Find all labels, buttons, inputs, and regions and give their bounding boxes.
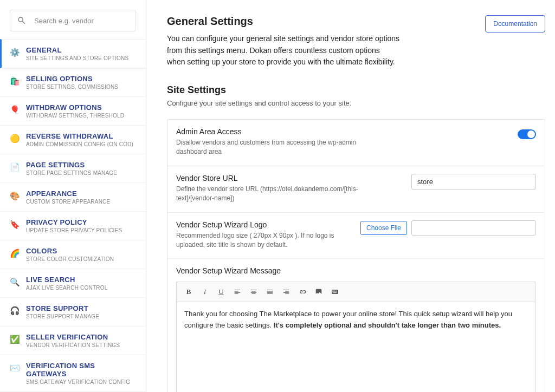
sidebar-item-selling-options[interactable]: 🛍️SELLING OPTIONSSTORE SETTINGS, COMMISS…: [0, 68, 146, 97]
align-justify-icon[interactable]: [266, 288, 274, 296]
editor-toolbar: B I U: [177, 282, 535, 302]
menu-icon: 🔍: [10, 277, 20, 287]
menu-title: STORE SUPPORT: [26, 304, 99, 312]
editor-content[interactable]: Thank you for choosing The Marketplace t…: [177, 302, 535, 392]
sidebar-item-reverse-withdrawal[interactable]: 🟡REVERSE WITHDRAWALADMIN COMMISSION CONF…: [0, 126, 146, 154]
wizard-msg-bold: It's completely optional and shouldn't t…: [274, 321, 501, 329]
admin-access-toggle[interactable]: [518, 129, 536, 139]
bold-icon[interactable]: B: [184, 288, 193, 296]
vendor-store-url-input[interactable]: [411, 174, 536, 190]
sidebar: ⚙️GENERALSITE SETTINGS AND STORE OPTIONS…: [0, 0, 146, 392]
menu-title: REVERSE WITHDRAWAL: [26, 132, 133, 140]
menu-title: WITHDRAW OPTIONS: [26, 103, 124, 112]
menu-subtitle: STORE PAGE SETTINGS MANAGE: [26, 170, 117, 176]
setting-title: Vendor Setup Wizard Logo: [176, 220, 350, 229]
settings-card: Admin Area Access Disallow vendors and c…: [167, 119, 545, 392]
sidebar-item-seller-verification[interactable]: ✅SELLER VERIFICATIONVENDOR VERIFICATION …: [0, 326, 146, 355]
search-input[interactable]: [34, 17, 129, 25]
menu-icon: 🌈: [10, 249, 20, 258]
sidebar-item-live-search[interactable]: 🔍LIVE SEARCHAJAX LIVE SEARCH CONTROL: [0, 269, 146, 298]
sidebar-item-colors[interactable]: 🌈COLORSSTORE COLOR CUSTOMIZATION: [0, 240, 146, 269]
menu-title: COLORS: [26, 247, 114, 255]
menu-icon: 🎨: [10, 191, 20, 201]
menu-icon: ⚙️: [10, 48, 20, 57]
sidebar-item-privacy-policy[interactable]: 🔖PRIVACY POLICYUPDATE STORE PRIVACY POLI…: [0, 212, 146, 240]
menu-subtitle: ADMIN COMMISSION CONFIG (ON COD): [26, 141, 133, 147]
setting-admin-area-access: Admin Area Access Disallow vendors and c…: [167, 120, 545, 166]
setting-wizard-message: Vendor Setup Wizard Message B I U: [167, 259, 545, 392]
menu-subtitle: VENDOR VERIFICATION SETTINGS: [26, 342, 120, 348]
menu-title: SELLER VERIFICATION: [26, 333, 120, 341]
logo-file-field[interactable]: [411, 220, 536, 236]
menu-icon: ✅: [10, 335, 20, 344]
menu-icon: 🎈: [10, 105, 20, 115]
menu-title: PRIVACY POLICY: [26, 218, 122, 226]
menu-title: PAGE SETTINGS: [26, 161, 117, 169]
sidebar-item-page-settings[interactable]: 📄PAGE SETTINGSSTORE PAGE SETTINGS MANAGE: [0, 154, 146, 183]
menu-subtitle: SMS GATEWAY VERIFICATION CONFIG: [26, 379, 136, 385]
menu-subtitle: WITHDRAW SETTINGS, THRESHOLD: [26, 113, 124, 119]
menu-subtitle: SITE SETTINGS AND STORE OPTIONS: [26, 55, 128, 61]
menu-title: GENERAL: [26, 46, 128, 54]
page-description: You can configure your general site sett…: [167, 33, 400, 68]
menu-subtitle: AJAX LIVE SEARCH CONTROL: [26, 285, 107, 291]
menu-subtitle: UPDATE STORE PRIVACY POLICIES: [26, 227, 122, 233]
setting-help: Recommended logo size ( 270px X 90px ). …: [176, 231, 350, 250]
setting-vendor-store-url: Vendor Store URL Define the vendor store…: [167, 166, 545, 213]
image-icon[interactable]: [314, 288, 323, 296]
link-icon[interactable]: [298, 288, 307, 296]
section-description: Configure your site settings and control…: [167, 99, 545, 107]
menu-subtitle: STORE SUPPORT MANAGE: [26, 313, 99, 319]
setting-help: Define the vendor store URL (https://ote…: [176, 185, 360, 204]
sidebar-item-verification-sms-gateways[interactable]: ✉️VERIFICATION SMS GATEWAYSSMS GATEWAY V…: [0, 355, 146, 392]
menu-icon: 📄: [10, 162, 20, 172]
menu-icon: ✉️: [10, 363, 20, 373]
section-title: Site Settings: [167, 84, 545, 96]
menu-subtitle: STORE SETTINGS, COMMISSIONS: [26, 84, 118, 90]
sidebar-item-general[interactable]: ⚙️GENERALSITE SETTINGS AND STORE OPTIONS: [0, 39, 146, 68]
sidebar-item-appearance[interactable]: 🎨APPEARANCECUSTOM STORE APPEARANCE: [0, 183, 146, 212]
align-left-icon[interactable]: [233, 288, 242, 296]
menu-subtitle: STORE COLOR CUSTOMIZATION: [26, 256, 114, 262]
setting-title: Admin Area Access: [176, 127, 507, 136]
sidebar-item-store-support[interactable]: 🎧STORE SUPPORTSTORE SUPPORT MANAGE: [0, 298, 146, 326]
setting-title: Vendor Setup Wizard Message: [176, 266, 536, 275]
search-icon: [17, 16, 27, 25]
page-title: General Settings: [167, 15, 400, 28]
menu-title: APPEARANCE: [26, 190, 110, 198]
menu-title: VERIFICATION SMS GATEWAYS: [26, 362, 136, 378]
underline-icon[interactable]: U: [217, 288, 225, 296]
menu-title: LIVE SEARCH: [26, 276, 107, 284]
rich-text-editor: B I U Thank you for choosing The Marketp…: [176, 282, 536, 392]
menu-icon: 🔖: [10, 220, 20, 230]
setting-wizard-logo: Vendor Setup Wizard Logo Recommended log…: [167, 213, 545, 259]
menu-subtitle: CUSTOM STORE APPEARANCE: [26, 199, 110, 205]
menu-title: SELLING OPTIONS: [26, 75, 118, 83]
keyboard-icon[interactable]: [331, 288, 339, 296]
sidebar-menu: ⚙️GENERALSITE SETTINGS AND STORE OPTIONS…: [0, 39, 146, 392]
setting-title: Vendor Store URL: [176, 174, 401, 182]
search-box[interactable]: [10, 10, 136, 31]
documentation-button[interactable]: Documentation: [485, 15, 545, 32]
menu-icon: 🎧: [10, 306, 20, 316]
choose-file-button[interactable]: Choose File: [360, 221, 407, 235]
align-center-icon[interactable]: [249, 288, 258, 296]
align-right-icon[interactable]: [282, 288, 291, 296]
sidebar-item-withdraw-options[interactable]: 🎈WITHDRAW OPTIONSWITHDRAW SETTINGS, THRE…: [0, 97, 146, 126]
italic-icon[interactable]: I: [201, 288, 209, 296]
main-content: General Settings You can configure your …: [146, 0, 555, 392]
menu-icon: 🛍️: [10, 76, 20, 86]
menu-icon: 🟡: [10, 134, 20, 143]
setting-help: Disallow vendors and customers from acce…: [176, 138, 360, 157]
